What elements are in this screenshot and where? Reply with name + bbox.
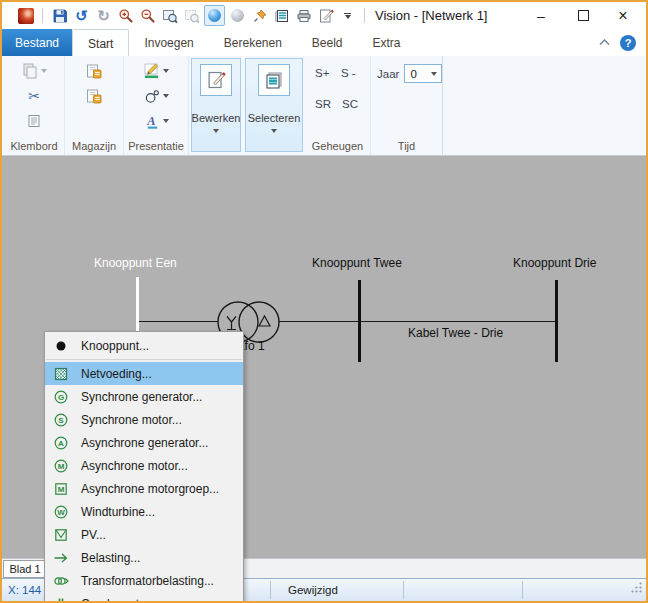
annotation-pencil-button[interactable] xyxy=(143,61,169,81)
tab-invoegen[interactable]: Invoegen xyxy=(129,29,208,56)
ribbon-group-presentatie: A Presentatie xyxy=(124,56,189,155)
toolbar-separator xyxy=(42,8,43,23)
magazijn-open-button[interactable] xyxy=(85,61,103,81)
tab-start[interactable]: Start xyxy=(72,29,129,57)
node-twee-label[interactable]: Knooppunt Twee xyxy=(312,256,402,270)
minimize-button[interactable]: – xyxy=(524,2,558,29)
menu-item-transformatorbelasting[interactable]: Transformatorbelasting... xyxy=(45,569,243,592)
jaar-value: 0 xyxy=(405,68,431,80)
customize-toolbar-dropdown-icon[interactable] xyxy=(338,6,357,25)
memory-splus-button[interactable]: S+ xyxy=(315,67,329,79)
svg-text:S: S xyxy=(58,415,64,424)
tab-extra[interactable]: Extra xyxy=(358,29,416,56)
maximize-icon xyxy=(578,10,589,21)
resize-grip[interactable] xyxy=(630,580,643,598)
pv-icon xyxy=(50,527,72,543)
cable-label[interactable]: Kabel Twee - Drie xyxy=(408,326,503,340)
jaar-combobox[interactable]: 0 xyxy=(404,64,442,83)
cut-button[interactable]: ✂ xyxy=(28,86,40,106)
jaar-dropdown-icon[interactable] xyxy=(431,72,437,76)
sheet-tab-blad1[interactable]: Blad 1 xyxy=(3,560,47,578)
tab-bestand[interactable]: Bestand xyxy=(2,29,72,56)
pencil-dropdown-icon[interactable] xyxy=(163,69,169,73)
zoom-selection-icon[interactable] xyxy=(182,6,201,25)
selecteren-button[interactable]: Selecteren xyxy=(245,58,303,152)
save-icon[interactable] xyxy=(50,6,69,25)
menu-item-asynchrone-motor[interactable]: M Asynchrone motor... xyxy=(45,454,243,477)
menu-item-synchrone-motor[interactable]: S Synchrone motor... xyxy=(45,408,243,431)
insert-context-menu: Knooppunt... Netvoeding... G Synchrone g… xyxy=(44,331,244,603)
bewerken-label: Bewerken xyxy=(192,112,241,124)
menu-item-asynchrone-generator[interactable]: A Asynchrone generator... xyxy=(45,431,243,454)
view-sphere-active-icon[interactable] xyxy=(204,5,225,26)
menu-item-pv[interactable]: PV... xyxy=(45,523,243,546)
view-sphere-inactive-icon[interactable] xyxy=(228,6,247,25)
menu-item-knooppunt[interactable]: Knooppunt... xyxy=(45,334,243,357)
menu-item-netvoeding[interactable]: Netvoeding... xyxy=(45,362,243,385)
title-bar: ↺ ↻ xyxy=(2,2,646,29)
print-icon[interactable] xyxy=(294,6,313,25)
menu-item-synchrone-generator[interactable]: G Synchrone generator... xyxy=(45,385,243,408)
font-dropdown-icon[interactable] xyxy=(163,119,169,123)
window-title: Vision - [Netwerk 1] xyxy=(375,8,487,23)
shapes-button[interactable] xyxy=(144,86,169,106)
shapes-dropdown-icon[interactable] xyxy=(163,94,169,98)
copy-button[interactable] xyxy=(26,111,42,131)
node-een-label[interactable]: Knooppunt Een xyxy=(94,256,177,270)
paste-dropdown-icon[interactable] xyxy=(41,69,47,73)
bewerken-dropdown-icon[interactable] xyxy=(213,129,219,133)
selecteren-dropdown-icon[interactable] xyxy=(271,129,277,133)
tab-berekenen[interactable]: Berekenen xyxy=(209,29,297,56)
svg-text:W: W xyxy=(57,507,65,516)
paste-button[interactable] xyxy=(21,61,47,81)
scissors-icon: ✂ xyxy=(28,89,40,103)
memory-sr-button[interactable]: SR xyxy=(315,98,331,110)
svg-text:M: M xyxy=(58,484,65,493)
quick-access-toolbar: ↺ ↻ xyxy=(16,5,369,26)
node-drie-label[interactable]: Knooppunt Drie xyxy=(513,256,596,270)
tab-beeld[interactable]: Beeld xyxy=(297,29,358,56)
edit-icon[interactable] xyxy=(316,6,335,25)
ribbon-group-geheugen: S+ S - SR SC Geheugen xyxy=(305,56,371,155)
bewerken-button[interactable]: Bewerken xyxy=(191,58,241,152)
async-motorgroup-icon: M xyxy=(50,481,72,497)
sync-generator-icon: G xyxy=(50,389,72,405)
menu-item-windturbine[interactable]: W Windturbine... xyxy=(45,500,243,523)
node-twee-busbar[interactable] xyxy=(358,280,361,362)
node-drie-busbar[interactable] xyxy=(555,280,558,362)
app-window: ↺ ↻ xyxy=(0,0,648,603)
pin-icon[interactable] xyxy=(250,6,269,25)
zoom-window-icon[interactable] xyxy=(160,6,179,25)
statusbar-divider xyxy=(522,581,523,599)
async-motor-icon: M xyxy=(50,458,72,474)
zoom-out-icon[interactable] xyxy=(138,6,157,25)
svg-text:G: G xyxy=(58,392,64,401)
bewerken-edit-icon xyxy=(200,64,232,96)
memory-sc-button[interactable]: SC xyxy=(342,98,358,110)
menu-item-belasting[interactable]: Belasting... xyxy=(45,546,243,569)
font-button[interactable]: A xyxy=(144,111,169,131)
undo-icon[interactable]: ↺ xyxy=(72,6,91,25)
close-button[interactable]: × xyxy=(606,2,640,29)
group-label-geheugen: Geheugen xyxy=(305,140,370,152)
group-label-tijd: Tijd xyxy=(371,140,442,152)
jaar-label: Jaar xyxy=(377,68,399,80)
ribbon: ✂ Klembord Magazijn xyxy=(2,56,646,156)
menu-item-asynchrone-motorgroep[interactable]: M Asynchrone motorgroep... xyxy=(45,477,243,500)
svg-text:M: M xyxy=(58,461,65,470)
collapse-ribbon-icon[interactable] xyxy=(589,29,620,56)
connection-line[interactable] xyxy=(138,321,557,322)
form-icon[interactable] xyxy=(272,6,291,25)
app-logo-icon[interactable] xyxy=(16,6,35,25)
help-button[interactable]: ? xyxy=(620,35,636,51)
magazijn-save-button[interactable] xyxy=(85,86,103,106)
ribbon-group-magazijn: Magazijn xyxy=(65,56,124,155)
zoom-in-icon[interactable] xyxy=(116,6,135,25)
redo-icon[interactable]: ↻ xyxy=(94,6,113,25)
statusbar-divider xyxy=(403,581,404,599)
maximize-button[interactable] xyxy=(566,2,600,29)
svg-text:A: A xyxy=(58,438,64,447)
memory-sminus-button[interactable]: S - xyxy=(341,67,356,79)
menu-item-condensator[interactable]: Condensator... xyxy=(45,592,243,603)
capacitor-icon xyxy=(50,596,72,603)
